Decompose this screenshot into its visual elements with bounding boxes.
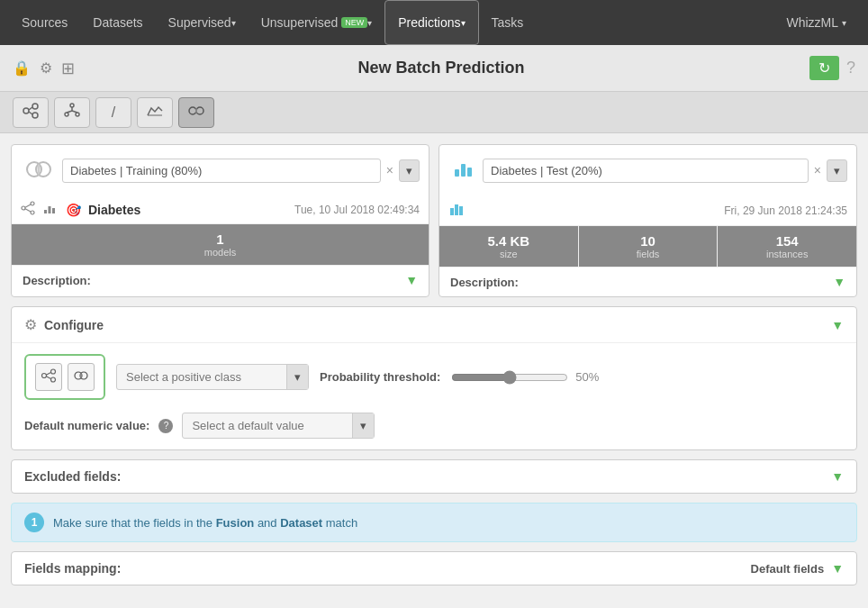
svg-point-12 [189,107,196,114]
svg-point-5 [70,104,74,107]
nav-tasks[interactable]: Tasks [479,0,537,45]
nav-predictions[interactable]: Predictions ▾ [384,0,478,45]
fields-mapping-section: Fields mapping: Default fields ▼ [11,551,857,585]
model-stat-models: 1 models [12,224,429,265]
svg-point-17 [31,202,34,205]
toolbar-model-btn[interactable] [54,97,90,128]
svg-rect-25 [455,204,458,215]
stat-size: 5.4 KB size [439,226,579,267]
svg-point-2 [32,113,38,118]
linear-icon: / [112,104,115,121]
models-count: 1 [21,231,420,247]
model-stats-row: 1 models [12,224,429,266]
probability-slider[interactable] [451,370,568,385]
configure-title: Configure [44,318,104,332]
banner-dataset-bold: Dataset [280,516,322,530]
excluded-header: Excluded fields: ▼ [12,460,856,493]
default-numeric-help[interactable]: ? [158,419,173,433]
default-value-input[interactable] [183,413,352,438]
positive-class-arrow[interactable]: ▾ [286,365,308,389]
size-value: 5.4 KB [448,233,569,249]
nav-datasets[interactable]: Datasets [80,0,155,45]
svg-point-16 [22,206,25,210]
model-type-fusion-btn[interactable] [68,363,95,391]
dataset-info-row: Fri, 29 Jun 2018 21:24:35 [439,195,856,226]
configure-header: ⚙ Configure ▼ [12,307,856,343]
configure-toggle[interactable]: ▼ [831,318,844,332]
nav-supervised[interactable]: Supervised ▾ [156,0,249,45]
default-value-arrow[interactable]: ▾ [352,413,374,438]
refresh-button[interactable]: ↻ [809,56,839,80]
model-panel: × ▾ [11,144,429,297]
model-type-selector [24,354,105,400]
toolbar-fusion-btn[interactable] [178,97,214,128]
dataset-selector-arrow[interactable]: ▾ [827,159,847,182]
nav-whizzml-arrow: ▾ [842,18,846,28]
model-description-row: Description: ▼ [12,266,429,295]
svg-line-9 [67,111,72,113]
ds-bar2 [461,164,466,177]
nav-unsupervised-arrow: ▾ [367,18,372,28]
model-selector-clear[interactable]: × [386,163,393,177]
page-title-container: ⊞ New Batch Prediction [61,59,800,78]
svg-line-31 [46,377,50,379]
svg-line-20 [25,209,31,212]
nav-whizzml-label: WhizzML [786,15,838,30]
top-navigation: Sources Datasets Supervised ▾ Unsupervis… [0,0,868,45]
dataset-panel: × ▾ Fri, 29 Jun 2018 21:24:35 5.4 KB siz… [439,144,857,297]
svg-point-28 [51,369,56,374]
svg-line-19 [25,204,31,207]
slider-container: 50% [451,370,844,385]
fusion-icon [187,103,205,123]
nav-whizzml[interactable]: WhizzML ▾ [773,15,859,30]
settings-icon: ⚙ [40,59,52,77]
fields-value: 10 [588,233,709,249]
nav-unsupervised-label: Unsupervised [261,15,339,30]
svg-rect-26 [459,206,463,215]
svg-point-29 [51,377,56,382]
default-value-dropdown[interactable]: ▾ [182,413,375,439]
info-banner: 1 Make sure that the fields in the Fusio… [11,503,857,542]
toolbar-ensemble-btn[interactable] [13,97,49,128]
models-label: models [21,247,420,258]
svg-line-4 [29,112,32,114]
nav-unsupervised-badge: NEW [341,17,367,28]
svg-point-0 [23,108,29,113]
svg-line-30 [46,373,50,376]
model-chart-icon [42,201,57,218]
positive-class-dropdown[interactable]: ▾ [116,364,309,390]
banner-text: Make sure that the fields in the Fusion … [53,516,357,530]
model-selector-arrow[interactable]: ▾ [399,159,420,182]
svg-rect-23 [52,208,55,213]
dataset-icon [455,164,472,177]
header-actions: ↻ ? [809,56,855,80]
svg-rect-21 [44,210,47,213]
svg-rect-22 [49,206,51,213]
help-button[interactable]: ? [846,59,855,77]
model-type-ensemble-btn[interactable] [35,363,62,391]
stat-instances: 154 instances [718,226,856,267]
nav-predictions-arrow: ▾ [461,18,466,28]
fields-mapping-title: Fields mapping: [24,561,121,576]
probability-value: 50% [575,370,599,384]
toolbar-deepnet-btn[interactable] [137,97,173,128]
model-description-toggle[interactable]: ▼ [405,273,418,287]
nav-unsupervised[interactable]: Unsupervised NEW ▾ [249,0,385,45]
dataset-selector-clear[interactable]: × [814,163,821,177]
fields-mapping-toggle[interactable]: ▼ [831,561,844,576]
banner-fusion-bold: Fusion [216,516,255,530]
dataset-description-toggle[interactable]: ▼ [833,275,845,289]
lock-icon: 🔒 [13,59,31,77]
model-info-row: 🎯 Diabetes Tue, 10 Jul 2018 02:49:34 [12,195,429,224]
model-selector-input[interactable] [62,159,381,183]
configure-body: ▾ Probability threshold: 50% Default num… [12,343,856,449]
toolbar-linear-btn[interactable]: / [95,97,131,128]
svg-rect-24 [450,208,454,215]
model-description-label: Description: [23,274,91,287]
dataset-selector-input[interactable] [483,159,809,183]
excluded-toggle[interactable]: ▼ [831,469,844,484]
size-label: size [448,249,569,259]
svg-line-10 [72,111,77,113]
nav-sources[interactable]: Sources [9,0,80,45]
positive-class-input[interactable] [117,365,286,389]
